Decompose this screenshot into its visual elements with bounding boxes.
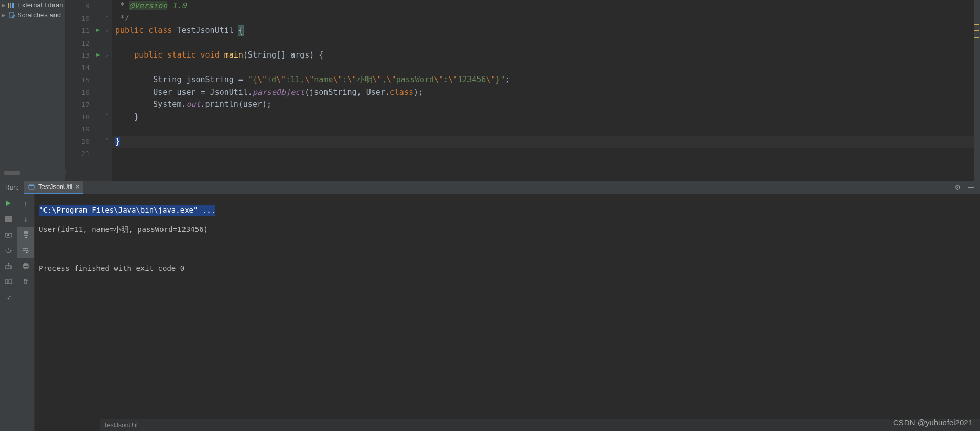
toggle-break-button[interactable] [0,242,17,258]
run-side-toolbar[interactable]: ↑ ↓ [0,194,35,431]
fold-close-icon[interactable]: ⌃ [105,113,108,118]
code-line[interactable]: String jsonString = "{\"id\":11,\"name\"… [112,74,980,86]
tree-item-scratches[interactable]: ▸ Scratches and [0,10,65,20]
code-line[interactable]: } [112,136,980,148]
svg-rect-3 [13,3,14,8]
scrollbar-thumb[interactable] [4,171,20,175]
line-number: 11 [66,25,94,37]
console-line[interactable] [39,244,976,255]
scratches-icon [8,12,15,19]
warning-marker[interactable] [974,24,979,25]
tree-horizontal-scrollbar[interactable] [0,170,66,175]
code-line[interactable] [112,148,980,160]
soft-wrap-button[interactable] [17,242,35,258]
fold-close-icon[interactable]: ⌃ [105,15,108,20]
rerun-button[interactable] [0,195,17,211]
run-gutter[interactable]: ▶ ▶ [94,0,105,181]
breadcrumb-item[interactable]: TestJsonUtil [104,422,138,429]
line-number: 12 [66,37,94,50]
line-number: 20 [66,136,94,148]
print-button[interactable] [17,258,35,274]
down-stack-button[interactable]: ↓ [17,211,35,227]
dump-threads-button[interactable] [0,227,17,242]
trash-button[interactable] [17,274,35,290]
line-number: 15 [66,74,94,86]
fold-open-icon[interactable]: ⌄ [105,27,108,32]
code-line[interactable] [112,123,980,136]
stop-button[interactable] [0,211,17,227]
svg-rect-16 [9,280,12,284]
line-number: 16 [66,86,94,99]
tree-item-external-libraries[interactable]: ▸ External Librari [0,0,65,10]
run-gutter-icon[interactable]: ▶ [96,51,100,58]
code-line[interactable] [112,62,980,74]
line-number-gutter: 9 10 11 12 13 14 15 16 17 18 19 20 21 [66,0,94,181]
run-tab-label: TestJsonUtil [38,183,72,191]
code-line[interactable]: */ [112,13,980,25]
warning-marker[interactable] [974,37,979,38]
svg-rect-0 [8,3,9,8]
code-line[interactable]: public static void main(String[] args) { [112,49,980,62]
marker-rail[interactable] [974,0,980,181]
gear-icon[interactable]: ⚙ [953,183,962,192]
line-number: 10 [66,13,94,25]
code-line[interactable]: System.out.println(user); [112,98,980,111]
close-icon[interactable]: × [75,183,79,191]
svg-rect-2 [12,3,13,8]
watermark-text: CSDN @yuhuofei2021 [893,418,973,427]
svg-rect-1 [10,3,11,8]
console-line[interactable]: Process finished with exit code 0 [39,263,976,274]
console-output[interactable]: "C:\Program Files\Java\bin\java.exe" ...… [35,194,980,431]
tree-item-label: External Librari [17,1,63,9]
editor-breadcrumb[interactable]: TestJsonUtil [100,419,980,431]
minimize-icon[interactable]: — [966,183,976,192]
code-line[interactable]: public class TestJsonUtil { [112,25,980,37]
editor-right-margin [752,0,752,181]
svg-rect-7 [29,185,34,186]
code-area[interactable]: * @Version 1.0 */ public class TestJsonU… [112,0,980,181]
run-app-icon [28,183,35,191]
fold-close-icon[interactable]: ⌃ [105,137,108,143]
code-line[interactable]: User user = JsonUtil.parseObject(jsonStr… [112,86,980,99]
layout-button[interactable] [0,274,17,290]
line-number: 14 [66,62,94,74]
line-number: 19 [66,123,94,136]
run-panel-title: Run: [0,184,24,191]
pin-button[interactable] [0,290,17,305]
svg-point-10 [7,234,9,236]
warning-marker[interactable] [974,30,979,31]
code-editor[interactable]: 9 10 11 12 13 14 15 16 17 18 19 20 21 ▶ … [66,0,980,181]
fold-gutter[interactable]: ⌃ ⌄ ⌄ ⌃ ⌃ [105,0,112,181]
project-tree[interactable]: ▸ External Librari ▸ Scratches and [0,0,66,181]
fold-open-icon[interactable]: ⌄ [105,51,108,57]
scroll-to-end-button[interactable] [17,227,35,242]
run-gutter-icon[interactable]: ▶ [96,26,100,34]
line-number: 13 [66,49,94,62]
code-line[interactable] [112,37,980,50]
svg-rect-8 [5,216,12,222]
code-line[interactable]: } [112,111,980,124]
svg-rect-13 [24,263,27,265]
chevron-right-icon: ▸ [2,11,6,19]
run-tool-window-header[interactable]: Run: TestJsonUtil × ⚙ — [0,181,980,194]
chevron-right-icon: ▸ [2,1,6,9]
line-number: 21 [66,148,94,160]
tree-item-label: Scratches and [17,11,61,19]
line-number: 18 [66,111,94,124]
up-stack-button[interactable]: ↑ [17,195,35,211]
export-button[interactable] [0,258,17,274]
svg-rect-15 [5,280,8,284]
line-number: 9 [66,0,94,13]
library-icon [8,2,15,9]
run-configuration-tab[interactable]: TestJsonUtil × [24,181,83,194]
console-line[interactable]: "C:\Program Files\Java\bin\java.exe" ... [39,205,976,216]
line-number: 17 [66,98,94,111]
code-line[interactable]: * @Version 1.0 [112,0,980,13]
console-line[interactable]: User(id=11, name=小明, passWord=123456) [39,224,976,235]
